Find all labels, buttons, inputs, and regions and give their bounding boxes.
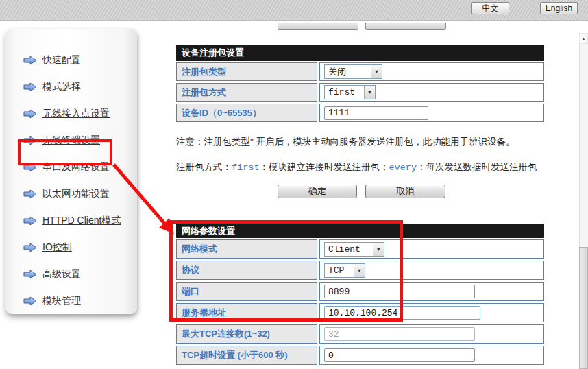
select-value: 关闭: [328, 66, 346, 78]
max-tcp-connections-input: [324, 327, 475, 341]
row-label: 设备ID（0~65535）: [176, 104, 317, 122]
right-arrow-icon: [23, 216, 37, 226]
sidebar-item-label: 模块管理: [42, 295, 81, 307]
sidebar-item-wireless-ap-settings[interactable]: 无线接入点设置: [5, 100, 137, 127]
row-label: 网络模式: [176, 239, 317, 259]
sidebar-item-label: 以太网功能设置: [42, 188, 110, 200]
cutoff-ok-button[interactable]: [278, 23, 358, 30]
note-register-method: 注册包方式：first：模块建立连接时发送注册包；every：每次发送数据时发送…: [176, 161, 537, 174]
right-arrow-icon: [23, 163, 37, 172]
right-arrow-icon: [23, 296, 37, 306]
right-arrow-icon: [23, 109, 37, 119]
table-row: 最大TCP连接数(1~32): [176, 324, 544, 344]
cancel-button[interactable]: 取消: [365, 184, 445, 198]
ok-button[interactable]: 确定: [278, 184, 357, 198]
register-method-select[interactable]: first ▼: [324, 85, 376, 99]
table-row: 协议 TCP ▼: [176, 261, 544, 280]
sidebar-item-label: 高级设置: [42, 268, 81, 281]
right-arrow-icon: [23, 189, 37, 199]
table-title: 网络参数设置: [176, 224, 544, 238]
sidebar-item-serial-network-settings[interactable]: 串口及网络设置: [5, 154, 137, 180]
table-row: 网络模式 Client ▼: [176, 239, 544, 259]
chevron-down-icon: ▼: [354, 264, 365, 277]
select-value: Client: [328, 244, 360, 254]
register-type-select[interactable]: 关闭 ▼: [324, 64, 382, 79]
row-label: 端口: [176, 282, 317, 301]
sidebar-item-label: HTTPD Client模式: [42, 215, 121, 227]
select-value: first: [328, 87, 355, 97]
right-arrow-icon: [23, 82, 37, 92]
english-language-button[interactable]: English: [540, 2, 578, 14]
row-label: 注册包方式: [176, 83, 317, 102]
chevron-down-icon: ▼: [373, 243, 384, 256]
row-label: 服务器地址: [176, 303, 317, 322]
cutoff-cancel-button[interactable]: [365, 23, 446, 30]
sidebar-item-httpd-client-mode[interactable]: HTTPD Client模式: [5, 207, 137, 234]
sidebar-item-advanced-settings[interactable]: 高级设置: [5, 261, 137, 287]
chevron-down-icon: ▼: [371, 65, 382, 78]
sidebar-item-label: 串口及网络设置: [42, 161, 110, 174]
right-arrow-icon: [23, 243, 37, 252]
row-label: TCP超时设置 (小于600 秒): [176, 346, 317, 365]
row-label: 最大TCP连接数(1~32): [176, 324, 317, 344]
right-arrow-icon: [23, 56, 37, 65]
select-value: TCP: [328, 265, 344, 276]
sidebar-item-quick-config[interactable]: 快速配置: [5, 47, 137, 73]
right-arrow-icon: [23, 136, 37, 145]
port-input[interactable]: [324, 285, 475, 298]
chevron-down-icon: ▼: [364, 86, 375, 99]
table-title: 设备注册包设置: [176, 45, 544, 61]
chinese-language-button[interactable]: 中文: [471, 2, 509, 14]
sidebar-item-label: 快速配置: [42, 54, 81, 67]
table-row: TCP超时设置 (小于600 秒): [176, 346, 544, 365]
row-label: 注册包类型: [176, 62, 317, 81]
table-row: 服务器地址: [176, 303, 544, 322]
table-row: 注册包方式 first ▼: [176, 83, 544, 102]
table-row: 注册包类型 关闭 ▼: [176, 62, 544, 81]
sidebar-item-label: IO控制: [42, 241, 72, 254]
sidebar-item-io-control[interactable]: IO控制: [5, 234, 137, 261]
table-row: 端口: [176, 282, 544, 301]
device-id-input[interactable]: [324, 106, 428, 120]
sidebar-item-mode-select[interactable]: 模式选择: [5, 73, 137, 100]
sidebar-item-label: 无线接入点设置: [42, 108, 110, 120]
device-register-table: 设备注册包设置 注册包类型 关闭 ▼ 注册包方式 first ▼ 设备ID（0~…: [176, 45, 544, 122]
network-mode-select[interactable]: Client ▼: [324, 242, 384, 257]
row-label: 协议: [176, 261, 317, 280]
sidebar-item-ethernet-settings[interactable]: 以太网功能设置: [5, 180, 137, 207]
scroll-up-icon[interactable]: ▲: [579, 33, 588, 44]
top-language-bar: 中文 English: [0, 0, 588, 21]
note-register-type: 注意：注册包类型" 开启后，模块主动向服务器发送注册包，此功能用于辨识设备。: [176, 136, 515, 148]
right-arrow-icon: [23, 270, 37, 279]
tcp-timeout-input[interactable]: [324, 348, 475, 362]
server-address-input[interactable]: [324, 306, 480, 320]
sidebar-item-label: 模式选择: [42, 81, 81, 93]
network-params-table: 网络参数设置 网络模式 Client ▼ 协议 TCP ▼ 端口: [176, 224, 544, 365]
sidebar-item-wireless-terminal-settings[interactable]: 无线终端设置: [5, 127, 137, 154]
protocol-select[interactable]: TCP ▼: [324, 263, 365, 278]
table-row: 设备ID（0~65535）: [176, 104, 544, 122]
sidebar-item-module-management[interactable]: 模块管理: [5, 287, 137, 314]
scrollbar-thumb[interactable]: [579, 247, 588, 369]
sidebar-item-label: 无线终端设置: [42, 134, 100, 147]
sidebar-nav: 快速配置 模式选择 无线接入点设置 无线终端设置 串口及网络设置 以太网功能设置…: [5, 29, 137, 314]
